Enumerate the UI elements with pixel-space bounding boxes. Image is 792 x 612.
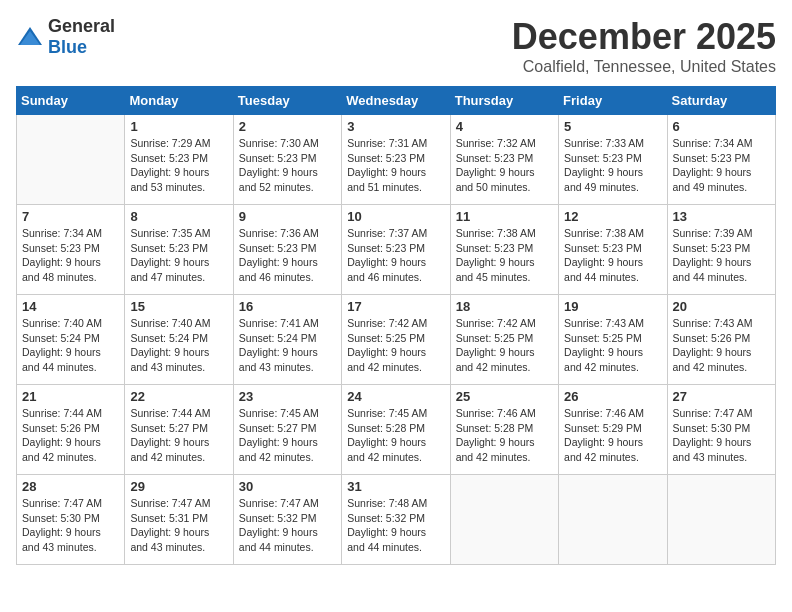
day-info: Sunrise: 7:36 AMSunset: 5:23 PMDaylight:…	[239, 226, 336, 285]
day-number: 6	[673, 119, 770, 134]
day-info: Sunrise: 7:42 AMSunset: 5:25 PMDaylight:…	[347, 316, 444, 375]
day-number: 12	[564, 209, 661, 224]
calendar-cell: 1Sunrise: 7:29 AMSunset: 5:23 PMDaylight…	[125, 115, 233, 205]
day-info: Sunrise: 7:33 AMSunset: 5:23 PMDaylight:…	[564, 136, 661, 195]
calendar-cell: 2Sunrise: 7:30 AMSunset: 5:23 PMDaylight…	[233, 115, 341, 205]
day-header-wednesday: Wednesday	[342, 87, 450, 115]
calendar-cell: 27Sunrise: 7:47 AMSunset: 5:30 PMDayligh…	[667, 385, 775, 475]
day-number: 20	[673, 299, 770, 314]
day-header-saturday: Saturday	[667, 87, 775, 115]
calendar-cell: 14Sunrise: 7:40 AMSunset: 5:24 PMDayligh…	[17, 295, 125, 385]
calendar-cell: 16Sunrise: 7:41 AMSunset: 5:24 PMDayligh…	[233, 295, 341, 385]
day-number: 4	[456, 119, 553, 134]
day-header-tuesday: Tuesday	[233, 87, 341, 115]
day-info: Sunrise: 7:30 AMSunset: 5:23 PMDaylight:…	[239, 136, 336, 195]
calendar-cell: 11Sunrise: 7:38 AMSunset: 5:23 PMDayligh…	[450, 205, 558, 295]
month-title: December 2025	[512, 16, 776, 58]
calendar-cell: 18Sunrise: 7:42 AMSunset: 5:25 PMDayligh…	[450, 295, 558, 385]
day-info: Sunrise: 7:43 AMSunset: 5:25 PMDaylight:…	[564, 316, 661, 375]
day-number: 16	[239, 299, 336, 314]
day-header-sunday: Sunday	[17, 87, 125, 115]
day-number: 1	[130, 119, 227, 134]
calendar-cell: 26Sunrise: 7:46 AMSunset: 5:29 PMDayligh…	[559, 385, 667, 475]
calendar-table: SundayMondayTuesdayWednesdayThursdayFrid…	[16, 86, 776, 565]
calendar-cell: 28Sunrise: 7:47 AMSunset: 5:30 PMDayligh…	[17, 475, 125, 565]
day-info: Sunrise: 7:46 AMSunset: 5:28 PMDaylight:…	[456, 406, 553, 465]
day-info: Sunrise: 7:46 AMSunset: 5:29 PMDaylight:…	[564, 406, 661, 465]
day-number: 3	[347, 119, 444, 134]
calendar-cell: 25Sunrise: 7:46 AMSunset: 5:28 PMDayligh…	[450, 385, 558, 475]
day-headers-row: SundayMondayTuesdayWednesdayThursdayFrid…	[17, 87, 776, 115]
calendar-cell: 13Sunrise: 7:39 AMSunset: 5:23 PMDayligh…	[667, 205, 775, 295]
day-info: Sunrise: 7:42 AMSunset: 5:25 PMDaylight:…	[456, 316, 553, 375]
calendar-cell	[17, 115, 125, 205]
day-number: 9	[239, 209, 336, 224]
calendar-cell: 4Sunrise: 7:32 AMSunset: 5:23 PMDaylight…	[450, 115, 558, 205]
calendar-cell: 3Sunrise: 7:31 AMSunset: 5:23 PMDaylight…	[342, 115, 450, 205]
calendar-cell: 12Sunrise: 7:38 AMSunset: 5:23 PMDayligh…	[559, 205, 667, 295]
day-info: Sunrise: 7:45 AMSunset: 5:27 PMDaylight:…	[239, 406, 336, 465]
day-info: Sunrise: 7:41 AMSunset: 5:24 PMDaylight:…	[239, 316, 336, 375]
day-header-friday: Friday	[559, 87, 667, 115]
day-number: 17	[347, 299, 444, 314]
logo: General Blue	[16, 16, 115, 58]
calendar-cell: 21Sunrise: 7:44 AMSunset: 5:26 PMDayligh…	[17, 385, 125, 475]
day-header-monday: Monday	[125, 87, 233, 115]
calendar-cell	[559, 475, 667, 565]
day-number: 19	[564, 299, 661, 314]
logo-icon	[16, 25, 44, 49]
day-number: 10	[347, 209, 444, 224]
day-number: 14	[22, 299, 119, 314]
calendar-cell: 30Sunrise: 7:47 AMSunset: 5:32 PMDayligh…	[233, 475, 341, 565]
week-row-4: 21Sunrise: 7:44 AMSunset: 5:26 PMDayligh…	[17, 385, 776, 475]
day-info: Sunrise: 7:38 AMSunset: 5:23 PMDaylight:…	[564, 226, 661, 285]
day-info: Sunrise: 7:40 AMSunset: 5:24 PMDaylight:…	[22, 316, 119, 375]
day-info: Sunrise: 7:32 AMSunset: 5:23 PMDaylight:…	[456, 136, 553, 195]
day-number: 5	[564, 119, 661, 134]
calendar-cell: 9Sunrise: 7:36 AMSunset: 5:23 PMDaylight…	[233, 205, 341, 295]
day-number: 2	[239, 119, 336, 134]
day-info: Sunrise: 7:39 AMSunset: 5:23 PMDaylight:…	[673, 226, 770, 285]
day-number: 25	[456, 389, 553, 404]
day-info: Sunrise: 7:31 AMSunset: 5:23 PMDaylight:…	[347, 136, 444, 195]
calendar-cell: 24Sunrise: 7:45 AMSunset: 5:28 PMDayligh…	[342, 385, 450, 475]
week-row-5: 28Sunrise: 7:47 AMSunset: 5:30 PMDayligh…	[17, 475, 776, 565]
calendar-cell: 5Sunrise: 7:33 AMSunset: 5:23 PMDaylight…	[559, 115, 667, 205]
logo-text-blue: Blue	[48, 37, 87, 57]
day-info: Sunrise: 7:44 AMSunset: 5:26 PMDaylight:…	[22, 406, 119, 465]
day-number: 29	[130, 479, 227, 494]
day-number: 27	[673, 389, 770, 404]
week-row-2: 7Sunrise: 7:34 AMSunset: 5:23 PMDaylight…	[17, 205, 776, 295]
day-number: 26	[564, 389, 661, 404]
calendar-cell: 22Sunrise: 7:44 AMSunset: 5:27 PMDayligh…	[125, 385, 233, 475]
day-number: 24	[347, 389, 444, 404]
day-info: Sunrise: 7:35 AMSunset: 5:23 PMDaylight:…	[130, 226, 227, 285]
day-number: 18	[456, 299, 553, 314]
day-info: Sunrise: 7:38 AMSunset: 5:23 PMDaylight:…	[456, 226, 553, 285]
day-number: 23	[239, 389, 336, 404]
day-number: 31	[347, 479, 444, 494]
day-info: Sunrise: 7:34 AMSunset: 5:23 PMDaylight:…	[673, 136, 770, 195]
calendar-body: 1Sunrise: 7:29 AMSunset: 5:23 PMDaylight…	[17, 115, 776, 565]
day-info: Sunrise: 7:47 AMSunset: 5:32 PMDaylight:…	[239, 496, 336, 555]
day-number: 22	[130, 389, 227, 404]
calendar-cell: 6Sunrise: 7:34 AMSunset: 5:23 PMDaylight…	[667, 115, 775, 205]
calendar-cell	[667, 475, 775, 565]
week-row-3: 14Sunrise: 7:40 AMSunset: 5:24 PMDayligh…	[17, 295, 776, 385]
day-info: Sunrise: 7:44 AMSunset: 5:27 PMDaylight:…	[130, 406, 227, 465]
logo-text-general: General	[48, 16, 115, 36]
day-number: 7	[22, 209, 119, 224]
day-info: Sunrise: 7:47 AMSunset: 5:31 PMDaylight:…	[130, 496, 227, 555]
calendar-cell: 29Sunrise: 7:47 AMSunset: 5:31 PMDayligh…	[125, 475, 233, 565]
day-info: Sunrise: 7:43 AMSunset: 5:26 PMDaylight:…	[673, 316, 770, 375]
day-number: 13	[673, 209, 770, 224]
day-header-thursday: Thursday	[450, 87, 558, 115]
day-number: 28	[22, 479, 119, 494]
title-area: December 2025 Coalfield, Tennessee, Unit…	[512, 16, 776, 76]
calendar-cell: 19Sunrise: 7:43 AMSunset: 5:25 PMDayligh…	[559, 295, 667, 385]
day-info: Sunrise: 7:48 AMSunset: 5:32 PMDaylight:…	[347, 496, 444, 555]
day-info: Sunrise: 7:37 AMSunset: 5:23 PMDaylight:…	[347, 226, 444, 285]
day-info: Sunrise: 7:40 AMSunset: 5:24 PMDaylight:…	[130, 316, 227, 375]
page-header: General Blue December 2025 Coalfield, Te…	[16, 16, 776, 76]
calendar-cell: 20Sunrise: 7:43 AMSunset: 5:26 PMDayligh…	[667, 295, 775, 385]
